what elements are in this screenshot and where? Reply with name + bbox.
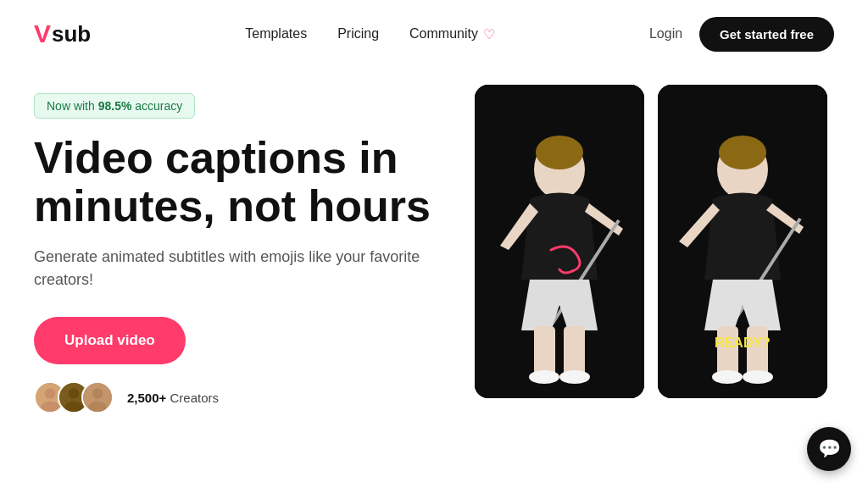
- creators-text: 2,500+ Creators: [127, 391, 219, 405]
- svg-point-15: [529, 370, 559, 384]
- hero-subtitle: Generate animated subtitles with emojis …: [34, 246, 441, 291]
- svg-point-16: [559, 370, 590, 384]
- nav-link-community[interactable]: Community ♡: [409, 26, 495, 42]
- svg-point-11: [536, 136, 583, 169]
- svg-rect-21: [717, 326, 738, 377]
- nav-right: Login Get started free: [649, 17, 834, 52]
- badge-accent: 98.5%: [98, 99, 132, 113]
- upload-video-button[interactable]: Upload video: [34, 317, 186, 364]
- svg-point-1: [45, 389, 56, 400]
- hero-right: READY?: [441, 85, 827, 413]
- logo-v: V: [34, 19, 51, 48]
- video-card-1: [475, 85, 644, 398]
- svg-point-4: [69, 389, 80, 400]
- nav-links: Templates Pricing Community ♡: [245, 26, 495, 42]
- video-bg-2: READY?: [658, 85, 827, 398]
- login-button[interactable]: Login: [649, 26, 682, 42]
- svg-text:READY?: READY?: [715, 336, 771, 350]
- svg-point-24: [743, 370, 773, 384]
- svg-rect-14: [564, 326, 585, 377]
- video-bg-1: [475, 85, 644, 398]
- accuracy-badge: Now with 98.5% accuracy: [34, 93, 195, 119]
- hero-title: Video captions in minutes, not hours: [34, 134, 441, 230]
- badge-suffix: accuracy: [131, 99, 182, 113]
- avatars: [34, 381, 105, 413]
- svg-rect-13: [534, 326, 555, 377]
- svg-point-7: [92, 389, 103, 400]
- creators-count: 2,500+: [127, 391, 166, 405]
- svg-point-19: [719, 136, 766, 169]
- creators-label-text: Creators: [170, 391, 219, 405]
- badge-prefix: Now with: [47, 99, 98, 113]
- logo[interactable]: V sub: [34, 19, 91, 48]
- hero-left: Now with 98.5% accuracy Video captions i…: [34, 85, 441, 413]
- svg-rect-22: [747, 326, 768, 377]
- community-label: Community: [409, 26, 478, 42]
- navbar: V sub Templates Pricing Community ♡ Logi…: [0, 0, 868, 68]
- creators-row: 2,500+ Creators: [34, 381, 441, 413]
- video-card-2: READY?: [658, 85, 827, 398]
- chat-icon: 💬: [818, 438, 841, 460]
- get-started-button[interactable]: Get started free: [699, 17, 834, 52]
- svg-point-23: [712, 370, 743, 384]
- heart-icon: ♡: [483, 26, 495, 42]
- logo-text: sub: [52, 21, 91, 47]
- chat-button[interactable]: 💬: [807, 427, 851, 471]
- nav-link-pricing[interactable]: Pricing: [337, 26, 379, 42]
- hero-section: Now with 98.5% accuracy Video captions i…: [0, 68, 868, 413]
- nav-link-templates[interactable]: Templates: [245, 26, 307, 42]
- avatar-3: [81, 381, 114, 413]
